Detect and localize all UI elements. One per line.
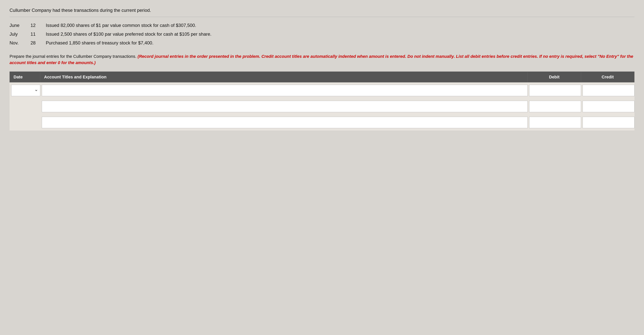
journal-header: Date Account Titles and Explanation Debi… — [10, 72, 634, 82]
transaction-desc-2: Issued 2,500 shares of $100 par value pr… — [46, 32, 634, 37]
instructions-block: Prepare the journal entries for the Cull… — [10, 53, 634, 66]
transaction-desc-1: Issued 82,000 shares of $1 par value com… — [46, 23, 634, 28]
date-cell-3 — [10, 114, 40, 130]
journal-row-3 — [10, 114, 634, 130]
transaction-row-2: July 11 Issued 2,500 shares of $100 par … — [10, 32, 634, 37]
transaction-row-3: Nov. 28 Purchased 1,850 shares of treasu… — [10, 40, 634, 46]
header-credit: Credit — [581, 72, 634, 82]
transaction-month-3: Nov. — [10, 40, 30, 46]
account-cell-1 — [40, 82, 528, 99]
transaction-month-1: June — [10, 23, 30, 28]
header-account: Account Titles and Explanation — [40, 72, 528, 82]
account-cell-3 — [40, 114, 528, 130]
credit-input-3[interactable] — [582, 117, 634, 128]
account-input-3[interactable] — [42, 117, 528, 128]
transaction-day-2: 11 — [30, 32, 46, 37]
journal-row-2 — [10, 98, 634, 114]
header-debit: Debit — [528, 72, 581, 82]
header-date: Date — [10, 72, 40, 82]
credit-input-2[interactable] — [582, 101, 634, 112]
debit-cell-2 — [528, 98, 581, 114]
intro-text: Cullumber Company had these transactions… — [10, 8, 634, 17]
debit-input-1[interactable] — [529, 85, 581, 96]
journal-row-1: June 12 July 11 Nov. 28 — [10, 82, 634, 99]
debit-cell-3 — [528, 114, 581, 130]
debit-input-3[interactable] — [529, 117, 581, 128]
credit-input-1[interactable] — [582, 85, 634, 96]
transaction-month-2: July — [10, 32, 30, 37]
debit-input-2[interactable] — [529, 101, 581, 112]
transaction-day-1: 12 — [30, 23, 46, 28]
transaction-day-3: 28 — [30, 40, 46, 46]
account-input-1[interactable] — [42, 85, 528, 96]
transactions-section: June 12 Issued 82,000 shares of $1 par v… — [10, 23, 634, 46]
journal-body: June 12 July 11 Nov. 28 — [10, 82, 634, 131]
account-input-2[interactable] — [42, 101, 528, 112]
journal-table: Date Account Titles and Explanation Debi… — [10, 72, 634, 130]
instructions-black: Prepare the journal entries for the Cull… — [10, 54, 136, 59]
credit-cell-3 — [581, 114, 634, 130]
account-cell-2 — [40, 98, 528, 114]
credit-cell-1 — [581, 82, 634, 99]
date-cell-2 — [10, 98, 40, 114]
transaction-desc-3: Purchased 1,850 shares of treasury stock… — [46, 40, 634, 46]
credit-cell-2 — [581, 98, 634, 114]
date-select-1[interactable]: June 12 July 11 Nov. 28 — [11, 85, 40, 96]
date-cell-1: June 12 July 11 Nov. 28 — [10, 82, 40, 99]
debit-cell-1 — [528, 82, 581, 99]
transaction-row-1: June 12 Issued 82,000 shares of $1 par v… — [10, 23, 634, 28]
